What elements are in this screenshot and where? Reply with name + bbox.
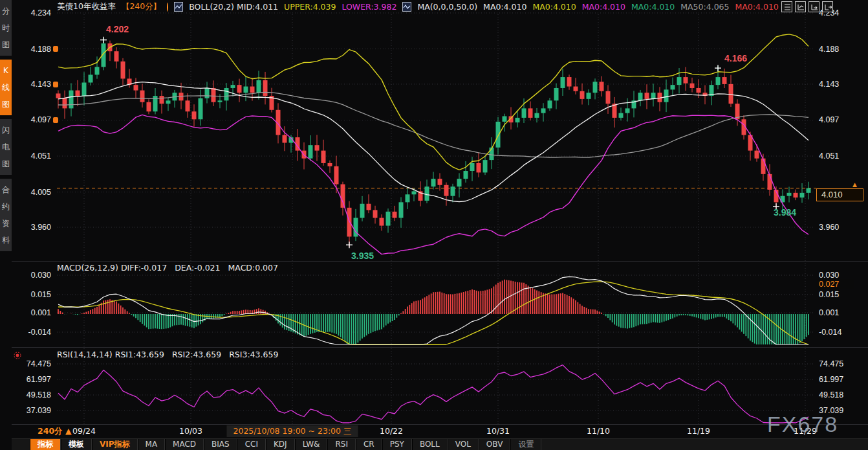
last-price-tag: 4.010 <box>816 188 863 201</box>
toolbar-item-VIP指标[interactable]: VIP指标 <box>92 439 138 450</box>
toolbar-item-MA[interactable]: MA <box>138 439 166 450</box>
ma-value: MA50:4.065 <box>680 2 729 12</box>
rsi3-value: RSI3:43.659 <box>229 350 278 359</box>
xaxis-label: 10/31 <box>469 425 527 438</box>
boll-upper-value: UPPER:4.039 <box>284 2 336 12</box>
ma-value: MA0:4.010 <box>582 2 625 12</box>
toolbar-item-VOL[interactable]: VOL <box>448 439 479 450</box>
rsi-header: RSI(14,14,14) RSI1:43.659 RSI2:43.659 RS… <box>57 350 278 359</box>
indicator-toolbar: 指标模板VIP指标MAMACDBIASCCIKDJLW&RSICRPSYBOLL… <box>12 438 868 450</box>
toolbar-item-CCI[interactable]: CCI <box>237 439 266 450</box>
xaxis-label: 10/22 <box>362 425 420 438</box>
toolbar-item-模板[interactable]: 模板 <box>61 439 92 450</box>
price-annotation: 3.984 <box>774 207 796 218</box>
ma-value: MA0:4.010 <box>532 2 576 12</box>
xaxis-label: 10/03 <box>162 425 220 438</box>
window-controls <box>781 1 833 12</box>
macd-dea-value: DEA:-0.021 <box>175 263 220 273</box>
toolbar-item-指标[interactable]: 指标 <box>30 439 61 450</box>
chart-pane-icon[interactable] <box>795 1 806 12</box>
sidebar-tab-1[interactable]: 分时图 <box>0 0 12 56</box>
layout-grid-icon[interactable] <box>781 1 792 12</box>
xaxis-label: 09/24 <box>55 425 113 438</box>
price-annotation: 3.935 <box>351 251 374 261</box>
ma-value: MA0:4.010 <box>631 2 675 12</box>
toolbar-item-PSY[interactable]: PSY <box>382 439 412 450</box>
price-annotation: 4.202 <box>106 24 129 34</box>
window-exit-icon[interactable] <box>822 1 833 12</box>
macd-header: MACD(26,12,9) DIFF:-0.017 DEA:-0.021 MAC… <box>57 263 278 273</box>
xaxis-label: 11/10 <box>569 425 627 438</box>
toolbar-item-BOLL[interactable]: BOLL <box>412 439 448 450</box>
chart-canvas[interactable]: 4.2023.9354.1663.984 <box>0 0 868 450</box>
boll-indicator-icon[interactable] <box>174 2 183 12</box>
watermark: FX678 <box>767 412 838 437</box>
period-label[interactable]: 【240分】 <box>122 1 161 12</box>
toolbar-item-设置[interactable]: 设置 <box>510 439 541 450</box>
instrument-title: 美债10年收益率 <box>57 1 116 12</box>
toolbar-item-MACD[interactable]: MACD <box>165 439 204 450</box>
toolbar-item-RSI[interactable]: RSI <box>327 439 356 450</box>
macd-value: MACD:0.007 <box>228 263 278 273</box>
toolbar-item-BIAS[interactable]: BIAS <box>204 439 237 450</box>
ma-values: MA0:4.010MA0:4.010MA0:4.010MA0:4.010MA50… <box>483 2 785 12</box>
toolbar-item-KDJ[interactable]: KDJ <box>266 439 295 450</box>
rsi2-value: RSI2:43.659 <box>172 350 221 359</box>
boll-values: BOLL(20,2) MID:4.011 <box>189 2 278 12</box>
collapse-period-icon[interactable] <box>167 3 168 12</box>
xaxis-label: 11/19 <box>669 425 728 438</box>
macd-diff-value: MACD(26,12,9) DIFF:-0.017 <box>57 263 167 273</box>
xaxis-date-tooltip: 2025/10/08 19:00 ~ 23:00 三 <box>227 425 358 437</box>
sidebar-tab-3[interactable]: 闪电图 <box>0 119 12 175</box>
ma-params: MA(0,0,0,50,0) <box>417 2 477 12</box>
toolbar-item-CR[interactable]: CR <box>356 439 382 450</box>
macd-last-value-tag: 0.027 <box>816 279 854 289</box>
toolbar-item-OBV[interactable]: OBV <box>479 439 511 450</box>
chart-header: 美债10年收益率 【240分】 BOLL(20,2) MID:4.011 UPP… <box>57 0 777 14</box>
chart-next-icon[interactable] <box>808 1 819 12</box>
price-up-arrow-icon: ▲ <box>852 181 857 188</box>
ma-value: MA0:4.010 <box>735 2 779 12</box>
sidebar-tab-2[interactable]: K线图 <box>0 60 12 115</box>
boll-lower-value: LOWER:3.982 <box>342 2 396 12</box>
ma-value: MA0:4.010 <box>483 2 526 12</box>
trading-app-window: 4.2023.9354.1663.984 分时图K线图闪电图合约资料 美债10年… <box>0 0 868 450</box>
ma-indicator-icon[interactable] <box>402 2 411 12</box>
sidebar-tab-4[interactable]: 合约资料 <box>0 179 12 251</box>
rsi1-value: RSI(14,14,14) RSI1:43.659 <box>57 350 164 359</box>
toolbar-item-LW&[interactable]: LW& <box>295 439 328 450</box>
sidebar: 分时图K线图闪电图合约资料 <box>0 0 12 450</box>
price-annotation: 4.166 <box>724 53 747 63</box>
